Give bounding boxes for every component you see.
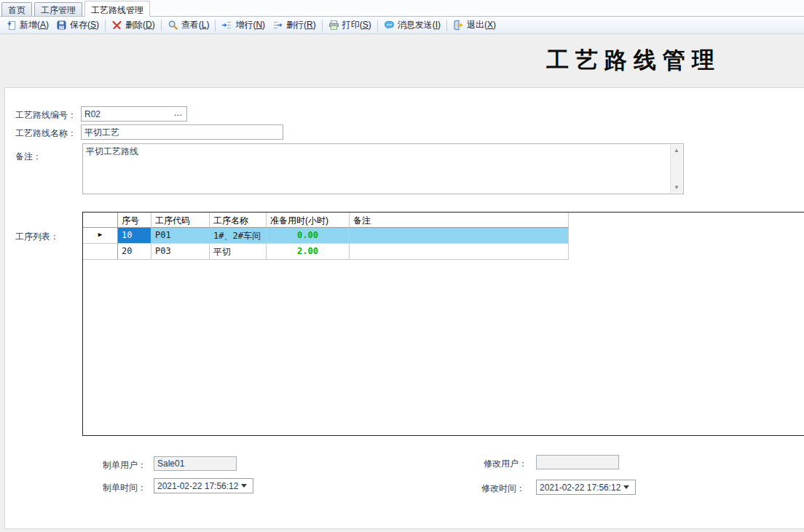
cell-seq[interactable]: 10 — [118, 228, 151, 244]
toolbar-separator — [105, 20, 106, 31]
print-button-label: 打印(S) — [342, 19, 371, 31]
remark-value: 平切工艺路线 — [86, 146, 667, 158]
modified-at-label: 修改时间： — [481, 483, 525, 495]
print-icon — [328, 20, 339, 31]
scroll-up-icon[interactable]: ▲ — [671, 147, 682, 154]
cell-prep[interactable]: 0.00 — [267, 228, 350, 244]
col-header-name[interactable]: 工序名称 — [210, 213, 267, 228]
add-row-button-label: 增行(N) — [235, 19, 265, 31]
route-no-lookup-button[interactable]: … — [170, 109, 186, 119]
created-at-value: 2021-02-22 17:56:12 — [154, 481, 240, 491]
tab-process-management[interactable]: 工序管理 — [34, 2, 82, 16]
new-document-icon — [6, 20, 17, 31]
delete-row-icon — [272, 20, 283, 31]
dropdown-arrow-icon[interactable] — [623, 485, 629, 489]
add-button[interactable]: 新增(A) — [2, 17, 52, 33]
add-row-icon — [221, 20, 232, 31]
message-send-button[interactable]: 消息发送(I) — [380, 17, 444, 33]
route-no-label: 工艺路线编号： — [15, 109, 76, 122]
toolbar-separator — [161, 20, 162, 31]
delete-row-button[interactable]: 删行(R) — [269, 17, 320, 33]
route-no-field[interactable]: R02 … — [81, 106, 187, 122]
created-by-label: 制单用户： — [103, 459, 146, 472]
message-send-button-label: 消息发送(I) — [398, 19, 441, 31]
route-name-label: 工艺路线名称： — [15, 127, 76, 140]
view-button-label: 查看(L) — [181, 19, 210, 31]
exit-door-icon — [453, 20, 464, 31]
route-name-field[interactable]: 平切工艺 — [81, 124, 283, 140]
created-at-picker[interactable]: 2021-02-22 17:56:12 — [154, 478, 253, 493]
delete-row-button-label: 删行(R) — [286, 19, 316, 31]
view-button[interactable]: 查看(L) — [164, 17, 213, 33]
route-no-value: R02 — [82, 109, 170, 119]
created-at-label: 制单时间： — [103, 482, 146, 494]
tab-process-route-management[interactable]: 工艺路线管理 — [84, 1, 150, 17]
grid-header-row: 序号 工序代码 工序名称 准备用时(小时) 备注 — [83, 213, 569, 228]
delete-x-icon — [111, 20, 122, 31]
cell-name[interactable]: 平切 — [210, 244, 267, 260]
remark-label: 备注： — [15, 151, 42, 163]
created-by-field[interactable]: Sale01 — [154, 456, 237, 471]
cell-code[interactable]: P03 — [151, 244, 210, 260]
cell-prep[interactable]: 2.00 — [267, 244, 350, 260]
toolbar: 新增(A) 保存(S) 删除(D) 查看(L) 增行(N) 删行(R) 打印(S… — [0, 17, 804, 34]
remark-scrollbar[interactable]: ▲ ▼ — [670, 145, 682, 193]
cell-code[interactable]: P01 — [151, 228, 210, 244]
current-row-arrow-icon: ▶ — [83, 228, 118, 244]
add-button-label: 新增(A) — [20, 19, 49, 31]
save-button[interactable]: 保存(S) — [52, 17, 103, 33]
dropdown-arrow-icon[interactable] — [241, 484, 247, 488]
modified-by-field[interactable] — [536, 455, 619, 469]
page-title: 工艺路线管理 — [546, 45, 721, 76]
row-selector-header — [83, 213, 118, 228]
col-header-prep[interactable]: 准备用时(小时) — [267, 213, 350, 228]
modified-by-label: 修改用户： — [484, 458, 527, 470]
tab-home[interactable]: 首页 — [1, 2, 32, 16]
cell-remark[interactable] — [350, 244, 569, 260]
table-row[interactable]: 20 P03 平切 2.00 — [83, 244, 569, 260]
cell-remark[interactable] — [350, 228, 569, 244]
exit-button-label: 退出(X) — [467, 19, 496, 31]
tab-strip: 首页 工序管理 工艺路线管理 — [0, 0, 804, 17]
toolbar-separator — [322, 20, 323, 31]
modified-at-picker[interactable]: 2021-02-22 17:56:12 — [536, 480, 636, 495]
col-header-seq[interactable]: 序号 — [118, 213, 151, 228]
table-row[interactable]: ▶ 10 P01 1#、2#车间 0.00 — [83, 228, 569, 244]
toolbar-separator — [377, 20, 378, 31]
content-panel: 工艺路线编号： R02 … 工艺路线名称： 平切工艺 备注： 平切工艺路线 ▲ … — [4, 87, 804, 529]
view-magnifier-icon — [168, 20, 178, 31]
col-header-remark[interactable]: 备注 — [350, 213, 569, 228]
delete-button[interactable]: 删除(D) — [108, 17, 159, 33]
toolbar-separator — [215, 20, 216, 31]
col-header-code[interactable]: 工序代码 — [151, 213, 210, 228]
message-send-icon — [384, 20, 395, 31]
print-button[interactable]: 打印(S) — [325, 17, 375, 33]
row-selector — [83, 244, 118, 260]
add-row-button[interactable]: 增行(N) — [218, 17, 269, 33]
delete-button-label: 删除(D) — [125, 19, 155, 31]
scroll-down-icon[interactable]: ▼ — [671, 184, 682, 191]
cell-seq[interactable]: 20 — [118, 244, 151, 260]
process-list-label: 工序列表： — [15, 231, 59, 243]
cell-name[interactable]: 1#、2#车间 — [210, 228, 267, 244]
save-floppy-icon — [56, 20, 67, 31]
exit-button[interactable]: 退出(X) — [449, 17, 500, 33]
modified-at-value: 2021-02-22 17:56:12 — [537, 483, 622, 493]
save-button-label: 保存(S) — [70, 19, 99, 31]
remark-field[interactable]: 平切工艺路线 ▲ ▼ — [82, 143, 684, 194]
process-grid: 序号 工序代码 工序名称 准备用时(小时) 备注 ▶ 10 P01 1#、2#车… — [82, 212, 804, 436]
toolbar-separator — [446, 20, 447, 31]
